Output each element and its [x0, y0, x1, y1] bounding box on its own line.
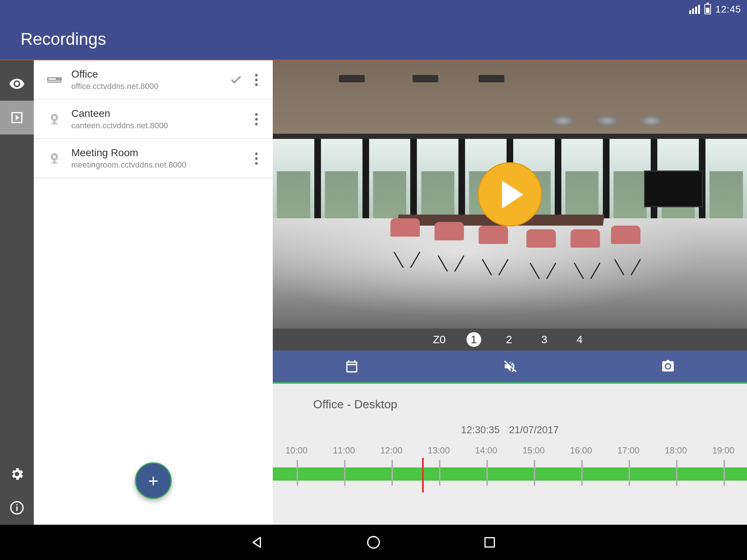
rail-recordings-button[interactable] [0, 101, 34, 134]
nvr-icon [44, 76, 65, 84]
timeline-tick [510, 460, 557, 486]
channel-button-4[interactable]: 4 [572, 332, 587, 347]
timeline-hour-label: 11:00 [320, 445, 368, 456]
rail-settings-button[interactable] [0, 457, 34, 491]
playback-pane: Z0 1234 Office - Desktop 12:30:35 21/0 [273, 60, 747, 525]
channel-strip: Z0 1234 [273, 329, 747, 351]
timeline-timestamp: 12:30:35 21/07/2017 [273, 424, 747, 436]
channel-button-3[interactable]: 3 [537, 332, 552, 347]
channel-button-1[interactable]: 1 [467, 332, 481, 347]
device-more-button[interactable] [247, 74, 265, 86]
camera-icon [660, 359, 676, 374]
android-status-bar: 12:45 [0, 0, 747, 18]
device-selected-check [225, 73, 247, 86]
timeline-hour-label: 16:00 [557, 445, 605, 456]
svg-point-9 [53, 155, 56, 159]
device-text: Canteencanteen.cctvddns.net.8000 [65, 108, 225, 130]
check-icon [229, 73, 243, 86]
timeline-tick [368, 460, 415, 486]
svg-point-10 [368, 536, 379, 548]
nav-back-button[interactable] [247, 532, 268, 553]
device-address: meetingroom.cctvddns.net.8000 [71, 160, 225, 170]
svg-rect-5 [47, 82, 62, 83]
svg-rect-2 [16, 504, 17, 505]
timeline-tick [273, 460, 320, 486]
device-list-pane: Officeoffice.cctvddns.net.8000Canteencan… [34, 60, 273, 525]
webcam-icon [44, 152, 65, 165]
timeline-playhead[interactable] [422, 458, 424, 492]
video-preview[interactable] [273, 60, 747, 329]
device-row[interactable]: Canteencanteen.cctvddns.net.8000 [34, 100, 273, 139]
device-name: Office [71, 68, 225, 80]
device-more-button[interactable] [247, 113, 265, 125]
timeline-tick [605, 460, 652, 486]
timeline-tick [652, 460, 700, 486]
triangle-back-icon [250, 535, 265, 550]
nav-home-button[interactable] [363, 532, 384, 553]
device-name: Canteen [71, 108, 225, 119]
svg-point-7 [53, 116, 56, 119]
timeline-hour-label: 17:00 [605, 445, 652, 456]
info-icon [10, 500, 24, 515]
timeline-hour-label: 10:00 [273, 445, 320, 456]
battery-icon [704, 4, 711, 14]
timeline-tick [462, 460, 510, 486]
mute-button[interactable] [431, 351, 589, 382]
timeline-hour-label: 13:00 [415, 445, 462, 456]
circle-home-icon [366, 535, 381, 550]
channel-button-2[interactable]: 2 [502, 332, 517, 347]
timeline-hour-label: 15:00 [510, 445, 557, 456]
timeline-time: 12:30:35 [461, 424, 500, 435]
device-text: Officeoffice.cctvddns.net.8000 [65, 68, 225, 91]
channel-group-label: Z0 [433, 332, 446, 347]
plus-icon: + [148, 471, 158, 491]
android-nav-bar [0, 525, 747, 560]
play-box-icon [10, 110, 24, 125]
app-bar: Recordings [0, 18, 747, 60]
nav-recent-button[interactable] [479, 532, 500, 553]
side-rail [0, 60, 34, 525]
timeline-hour-label: 19:00 [700, 445, 747, 456]
add-device-fab[interactable]: + [135, 462, 172, 499]
snapshot-button[interactable] [589, 351, 747, 382]
calendar-button[interactable] [273, 351, 431, 382]
status-clock: 12:45 [715, 4, 741, 15]
timeline-pane: Office - Desktop 12:30:35 21/07/2017 10:… [273, 384, 747, 525]
device-name: Meeting Room [71, 147, 225, 159]
timeline-hour-label: 14:00 [462, 445, 510, 456]
device-address: canteen.cctvddns.net.8000 [71, 121, 225, 130]
device-address: office.cctvddns.net.8000 [71, 82, 225, 91]
device-more-button[interactable] [247, 152, 265, 165]
device-row[interactable]: Officeoffice.cctvddns.net.8000 [34, 60, 273, 100]
timeline-tick [320, 460, 368, 486]
rail-info-button[interactable] [0, 491, 34, 525]
device-row[interactable]: Meeting Roommeetingroom.cctvddns.net.800… [34, 139, 273, 178]
timeline-camera-title: Office - Desktop [273, 398, 747, 411]
page-title: Recordings [21, 29, 106, 49]
playback-toolbar [273, 351, 747, 384]
svg-rect-4 [49, 78, 56, 80]
timeline-hour-label: 12:00 [368, 445, 415, 456]
play-button[interactable] [478, 162, 542, 227]
timeline-date: 21/07/2017 [509, 424, 559, 435]
rail-live-view-button[interactable] [0, 67, 34, 101]
calendar-icon [344, 359, 359, 374]
signal-icon [689, 5, 700, 14]
square-recent-icon [483, 535, 497, 549]
svg-rect-11 [485, 538, 494, 547]
device-text: Meeting Roommeetingroom.cctvddns.net.800… [65, 147, 225, 170]
svg-rect-1 [16, 507, 17, 511]
eye-icon [9, 76, 25, 92]
timeline-ruler[interactable]: 10:0011:0012:0013:0014:0015:0016:0017:00… [273, 445, 747, 493]
timeline-tick [557, 460, 605, 486]
gear-icon [9, 466, 25, 482]
webcam-icon [44, 113, 65, 125]
timeline-tick [700, 460, 747, 486]
volume-muted-icon [502, 359, 518, 374]
timeline-hour-label: 18:00 [652, 445, 700, 456]
